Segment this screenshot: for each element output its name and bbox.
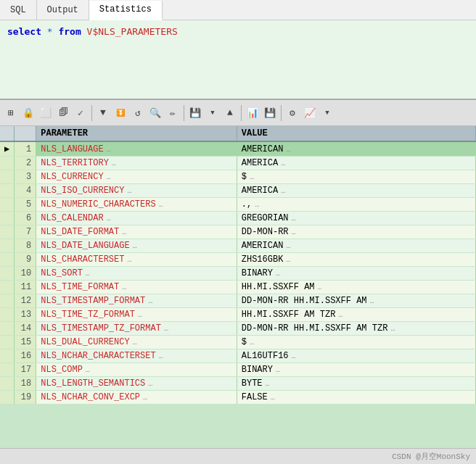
- table-row[interactable]: 10NLS_SORT…BINARY…: [0, 267, 476, 281]
- value-ellipsis[interactable]: …: [286, 256, 290, 264]
- param-name-cell: NLS_NCHAR_CONV_EXCP…: [36, 391, 237, 405]
- results-container[interactable]: PARAMETER VALUE ▶1NLS_LANGUAGE…AMERICAN……: [0, 126, 476, 448]
- check-icon[interactable]: ✓: [73, 105, 89, 121]
- param-ellipsis[interactable]: …: [159, 352, 163, 360]
- value-ellipsis[interactable]: …: [276, 270, 280, 278]
- row-arrow-cell: [0, 212, 15, 225]
- row-number: 15: [15, 336, 36, 349]
- table-row[interactable]: 19NLS_NCHAR_CONV_EXCP…FALSE…: [0, 391, 476, 405]
- value-ellipsis[interactable]: …: [292, 215, 296, 223]
- table-row[interactable]: 7NLS_DATE_FORMAT…DD-MON-RR…: [0, 225, 476, 239]
- value-cell: BYTE…: [237, 377, 475, 391]
- table-row[interactable]: 17NLS_COMP…BINARY…: [0, 363, 476, 377]
- value-col-header[interactable]: VALUE: [237, 126, 475, 141]
- find-icon[interactable]: 🔍: [147, 105, 163, 121]
- param-ellipsis[interactable]: …: [148, 380, 152, 388]
- row-number: 7: [15, 225, 36, 239]
- settings-icon[interactable]: ⚙: [284, 105, 300, 121]
- value-ellipsis[interactable]: …: [292, 352, 296, 360]
- value-ellipsis[interactable]: …: [318, 283, 322, 291]
- param-ellipsis[interactable]: …: [86, 366, 90, 374]
- paste-icon[interactable]: 🗐: [55, 105, 71, 121]
- value-ellipsis[interactable]: …: [292, 228, 296, 236]
- copy-icon[interactable]: ⬜: [38, 105, 54, 121]
- grid-icon[interactable]: ⊞: [3, 105, 19, 121]
- param-ellipsis[interactable]: …: [127, 187, 131, 195]
- dropdown-arrow2-icon[interactable]: ▼: [319, 105, 335, 121]
- sql-editor[interactable]: select * from V$NLS_PARAMETERS: [0, 20, 476, 100]
- param-ellipsis[interactable]: …: [138, 311, 142, 319]
- value-ellipsis[interactable]: …: [250, 173, 254, 181]
- table-row[interactable]: 4NLS_ISO_CURRENCY…AMERICA…: [0, 184, 476, 198]
- last-icon[interactable]: ⏬: [112, 105, 128, 121]
- value-ellipsis[interactable]: …: [271, 394, 275, 402]
- value-cell: HH.MI.SSXFF AM TZR…: [237, 308, 475, 322]
- save-icon[interactable]: 💾: [187, 105, 203, 121]
- table-row[interactable]: 9NLS_CHARACTERSET…ZHS16GBK…: [0, 253, 476, 267]
- table-row[interactable]: ▶1NLS_LANGUAGE…AMERICAN…: [0, 141, 476, 157]
- table-row[interactable]: 2NLS_TERRITORY…AMERICA…: [0, 157, 476, 170]
- parameter-col-header[interactable]: PARAMETER: [36, 126, 237, 141]
- value-ellipsis[interactable]: …: [250, 339, 254, 347]
- param-ellipsis[interactable]: …: [148, 297, 152, 305]
- value-ellipsis[interactable]: …: [390, 325, 395, 333]
- table-row[interactable]: 12NLS_TIMESTAMP_FORMAT…DD-MON-RR HH.MI.S…: [0, 294, 476, 308]
- param-ellipsis[interactable]: …: [143, 394, 147, 402]
- row-arrow-cell: [0, 267, 15, 281]
- param-ellipsis[interactable]: …: [127, 256, 131, 264]
- row-arrow-cell: [0, 198, 15, 212]
- tab-output[interactable]: Output: [37, 0, 89, 20]
- table-row[interactable]: 14NLS_TIMESTAMP_TZ_FORMAT…DD-MON-RR HH.M…: [0, 322, 476, 336]
- table-row[interactable]: 16NLS_NCHAR_CHARACTERSET…AL16UTF16…: [0, 349, 476, 363]
- dropdown-arrow-icon[interactable]: ▼: [205, 105, 221, 121]
- pen-icon[interactable]: ✏: [165, 105, 181, 121]
- rownum-col-header: [15, 126, 36, 141]
- tab-statistics[interactable]: Statistics: [89, 1, 163, 20]
- value-ellipsis[interactable]: …: [276, 366, 280, 374]
- table-row[interactable]: 5NLS_NUMERIC_CHARACTERS….,…: [0, 198, 476, 212]
- value-ellipsis[interactable]: …: [370, 297, 374, 305]
- param-ellipsis[interactable]: …: [133, 242, 137, 250]
- row-arrow-cell: [0, 391, 15, 405]
- value-ellipsis[interactable]: …: [266, 380, 270, 388]
- value-ellipsis[interactable]: …: [281, 160, 285, 167]
- param-ellipsis[interactable]: …: [122, 283, 126, 291]
- param-name-cell: NLS_TIME_TZ_FORMAT…: [36, 308, 237, 322]
- table-row[interactable]: 13NLS_TIME_TZ_FORMAT…HH.MI.SSXFF AM TZR…: [0, 308, 476, 322]
- row-number: 10: [15, 267, 36, 281]
- param-ellipsis[interactable]: …: [107, 215, 111, 223]
- param-ellipsis[interactable]: …: [112, 160, 116, 167]
- row-number: 6: [15, 212, 36, 225]
- table-row[interactable]: 8NLS_DATE_LANGUAGE…AMERICAN…: [0, 239, 476, 253]
- param-ellipsis[interactable]: …: [107, 146, 111, 154]
- param-ellipsis[interactable]: …: [86, 270, 90, 278]
- tab-sql[interactable]: SQL: [0, 0, 37, 20]
- toolbar: ⊞ 🔒 ⬜ 🗐 ✓ ▼ ⏬ ↺ 🔍 ✏ 💾 ▼ ▲ 📊 💾 ⚙ 📈 ▼: [0, 100, 476, 126]
- row-arrow-cell: [0, 349, 15, 363]
- param-ellipsis[interactable]: …: [122, 228, 126, 236]
- chart-icon[interactable]: 📊: [245, 105, 260, 121]
- table-row[interactable]: 6NLS_CALENDAR…GREGORIAN…: [0, 212, 476, 225]
- param-ellipsis[interactable]: …: [133, 339, 137, 347]
- table-row[interactable]: 18NLS_LENGTH_SEMANTICS…BYTE…: [0, 377, 476, 391]
- bar-chart-icon[interactable]: 📈: [302, 105, 318, 121]
- down-arrow-icon[interactable]: ▼: [95, 105, 111, 121]
- table-row[interactable]: 11NLS_TIME_FORMAT…HH.MI.SSXFF AM…: [0, 281, 476, 294]
- param-ellipsis[interactable]: …: [107, 173, 111, 181]
- value-ellipsis[interactable]: …: [286, 242, 290, 250]
- table-row[interactable]: 15NLS_DUAL_CURRENCY…$…: [0, 336, 476, 349]
- row-arrow-cell: [0, 363, 15, 377]
- table-row[interactable]: 3NLS_CURRENCY…$…: [0, 170, 476, 184]
- value-ellipsis[interactable]: …: [338, 311, 342, 319]
- value-ellipsis[interactable]: …: [255, 201, 259, 209]
- up-arrow-icon[interactable]: ▲: [222, 105, 238, 121]
- lock-icon[interactable]: 🔒: [20, 105, 36, 121]
- param-ellipsis[interactable]: …: [159, 201, 163, 209]
- status-bar: CSDN @月空MoonSky: [0, 448, 476, 464]
- save2-icon[interactable]: 💾: [262, 105, 278, 121]
- value-ellipsis[interactable]: …: [286, 146, 290, 154]
- refresh-icon[interactable]: ↺: [130, 105, 146, 121]
- value-cell: DD-MON-RR HH.MI.SSXFF AM…: [237, 294, 475, 308]
- value-ellipsis[interactable]: …: [281, 187, 285, 195]
- param-ellipsis[interactable]: …: [164, 325, 168, 333]
